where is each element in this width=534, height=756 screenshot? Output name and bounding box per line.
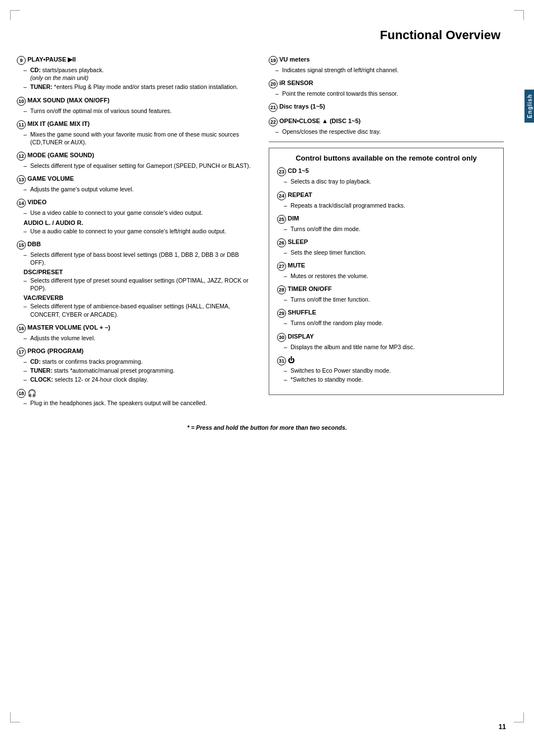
section-31-heading: 31 ⏻ (277, 356, 495, 365)
section-30-bullets: Displays the album and title name for MP… (284, 343, 495, 351)
section-21-num: 21 (269, 103, 278, 112)
section-13-bullets: Adjusts the game's output volume level. (24, 185, 252, 193)
section-22-num: 22 (269, 118, 278, 126)
section-23-bullets: Selects a disc tray to playback. (284, 177, 495, 185)
bullet: CD: starts/pauses playback.(only on the … (24, 66, 252, 82)
bullet: Opens/closes the respective disc tray. (275, 128, 504, 135)
section-25-label: DIM (288, 215, 299, 222)
section-30-heading: 30 DISPLAY (277, 333, 495, 342)
section-15-dsc-bullets: Selects different type of preset sound e… (24, 276, 252, 292)
footer-note: * = Press and hold the button for more t… (17, 424, 517, 431)
section-15-num: 15 (17, 241, 26, 250)
section-19: 19 VU meters Indicates signal strength o… (269, 56, 504, 74)
section-11-bullets: Mixes the game sound with your favorite … (24, 130, 252, 146)
bullet: TUNER: starts *automatic/manual preset p… (24, 367, 252, 374)
section-30-label: DISPLAY (288, 333, 314, 340)
bullet: Use a audio cable to connect to your gam… (24, 227, 252, 235)
section-12-num: 12 (17, 152, 26, 161)
section-10-num: 10 (17, 97, 26, 106)
section-20-heading: 20 iR SENSOR (269, 79, 504, 88)
section-26-bullets: Sets the sleep timer function. (284, 248, 495, 256)
section-20-label: iR SENSOR (279, 79, 313, 86)
section-30: 30 DISPLAY Displays the album and title … (277, 333, 495, 351)
section-19-num: 19 (269, 56, 278, 65)
section-31-bullets: Switches to Eco Power standby mode. *Swi… (284, 367, 495, 383)
section-29-bullets: Turns on/off the random play mode. (284, 319, 495, 327)
section-13-heading: 13 GAME VOLUME (17, 175, 252, 184)
section-25-bullets: Turns on/off the dim mode. (284, 225, 495, 233)
section-9-heading: 9 PLAY•PAUSE ▶II (17, 56, 252, 65)
section-24-bullets: Repeats a track/disc/all programmed trac… (284, 201, 495, 209)
bullet: Selects different type of preset sound e… (24, 276, 252, 292)
section-17-heading: 17 PROG (PROGRAM) (17, 348, 252, 356)
section-9-label: PLAY•PAUSE ▶II (27, 56, 76, 63)
section-26-label: SLEEP (288, 238, 308, 245)
section-12-label: MODE (GAME SOUND) (27, 152, 94, 158)
section-24-label: REPEAT (288, 191, 312, 198)
section-13-label: GAME VOLUME (27, 175, 74, 182)
section-27-num: 27 (277, 262, 286, 271)
section-27: 27 MUTE Mutes or restores the volume. (277, 262, 495, 280)
section-16-bullets: Adjusts the volume level. (24, 334, 252, 342)
section-23: 23 CD 1~5 Selects a disc tray to playbac… (277, 167, 495, 185)
section-11-heading: 11 MIX IT (GAME MIX IT) (17, 120, 252, 129)
bullet: Plug in the headphones jack. The speaker… (24, 399, 252, 407)
section-25-heading: 25 DIM (277, 215, 495, 224)
section-31-num: 31 (277, 356, 286, 365)
section-11-num: 11 (17, 120, 26, 129)
section-16-num: 16 (17, 324, 26, 333)
bullet: Mutes or restores the volume. (284, 272, 495, 280)
section-23-num: 23 (277, 167, 286, 176)
section-20-num: 20 (269, 79, 278, 88)
content-columns: 9 PLAY•PAUSE ▶II CD: starts/pauses playb… (17, 56, 517, 413)
section-29: 29 SHUFFLE Turns on/off the random play … (277, 309, 495, 327)
section-16-label: MASTER VOLUME (VOL + –) (27, 324, 110, 331)
section-12-heading: 12 MODE (GAME SOUND) (17, 152, 252, 161)
bullet: CD: starts or confirms tracks programmin… (24, 358, 252, 365)
page-title: Functional Overview (17, 11, 517, 48)
section-16: 16 MASTER VOLUME (VOL + –) Adjusts the v… (17, 324, 252, 342)
section-29-num: 29 (277, 309, 286, 318)
section-9-num: 9 (17, 56, 26, 65)
section-14-sub-bullets: Use a audio cable to connect to your gam… (24, 227, 252, 235)
bullet: Selects a disc tray to playback. (284, 177, 495, 185)
section-14: 14 VIDEO Use a video cable to connect to… (17, 199, 252, 234)
section-17-bullets: CD: starts or confirms tracks programmin… (24, 358, 252, 384)
corner-mark-br (514, 712, 524, 722)
section-17-label: PROG (PROGRAM) (27, 348, 83, 354)
section-28-heading: 28 TIMER ON/OFF (277, 285, 495, 294)
section-12-bullets: Selects different type of equaliser sett… (24, 162, 252, 170)
section-14-heading: 14 VIDEO (17, 199, 252, 208)
section-24-num: 24 (277, 191, 286, 200)
bullet: Turns on/off the random play mode. (284, 319, 495, 327)
section-17-num: 17 (17, 348, 26, 356)
section-13: 13 GAME VOLUME Adjusts the game's output… (17, 175, 252, 193)
control-box: Control buttons available on the remote … (269, 148, 504, 396)
section-18-bullets: Plug in the headphones jack. The speaker… (24, 399, 252, 407)
section-19-bullets: Indicates signal strength of left/right … (275, 66, 504, 74)
bullet: Displays the album and title name for MP… (284, 343, 495, 351)
section-23-heading: 23 CD 1~5 (277, 167, 495, 176)
section-14-bullets: Use a video cable to connect to your gam… (24, 209, 252, 217)
bullet: Selects different type of bass boost lev… (24, 251, 252, 266)
bullet: CLOCK: selects 12- or 24-hour clock disp… (24, 375, 252, 383)
section-15-label: DBB (27, 241, 41, 247)
section-22-label: OPEN•CLOSE ▲ (DISC 1~5) (279, 118, 360, 124)
section-26-heading: 26 SLEEP (277, 238, 495, 247)
section-31: 31 ⏻ Switches to Eco Power standby mode.… (277, 356, 495, 383)
section-19-heading: 19 VU meters (269, 56, 504, 65)
section-15-heading: 15 DBB (17, 241, 252, 250)
section-13-num: 13 (17, 175, 26, 184)
section-18-heading: 18 🎧 (17, 389, 252, 398)
english-tab: English (524, 90, 534, 123)
section-10-heading: 10 MAX SOUND (MAX ON/OFF) (17, 97, 252, 106)
bullet: Point the remote control towards this se… (275, 90, 504, 97)
section-21-label: Disc trays (1~5) (279, 103, 325, 110)
section-23-label: CD 1~5 (288, 167, 309, 174)
section-20: 20 iR SENSOR Point the remote control to… (269, 79, 504, 97)
section-27-label: MUTE (288, 262, 305, 269)
sub-heading-vac: VAC/REVERB (24, 294, 252, 301)
section-14-num: 14 (17, 199, 26, 208)
section-21: 21 Disc trays (1~5) (269, 103, 504, 112)
corner-mark-tl (10, 10, 20, 20)
